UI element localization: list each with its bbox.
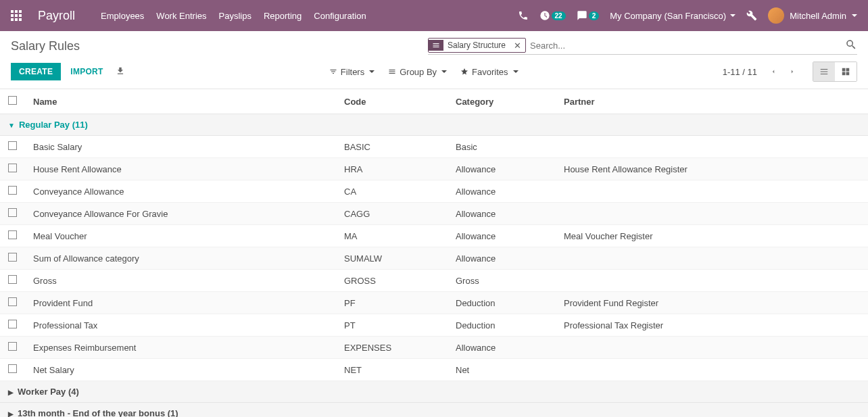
row-checkbox[interactable] <box>8 230 17 239</box>
cell-partner: House Rent Allowance Register <box>556 158 868 180</box>
navbar: Payroll Employees Work Entries Payslips … <box>0 0 868 31</box>
cell-partner <box>556 180 868 203</box>
row-checkbox[interactable] <box>8 253 17 262</box>
nav-menu: Employees Work Entries Payslips Reportin… <box>101 11 366 21</box>
row-checkbox[interactable] <box>8 342 17 351</box>
list-view-button[interactable] <box>813 62 835 81</box>
row-checkbox[interactable] <box>8 275 17 284</box>
cell-category: Allowance <box>448 247 556 270</box>
select-all-checkbox[interactable] <box>8 96 17 105</box>
cell-code: EXPENSES <box>336 337 448 359</box>
user-name: Mitchell Admin <box>790 11 846 21</box>
chevron-left-icon <box>770 68 777 75</box>
row-checkbox[interactable] <box>8 141 17 150</box>
cell-partner <box>556 337 868 359</box>
chevron-down-icon <box>730 14 736 17</box>
pager-next[interactable] <box>783 62 802 81</box>
table-row[interactable]: Conveyance AllowanceCAAllowance <box>0 180 868 203</box>
table-row[interactable]: Sum of Allowance categorySUMALWAllowance <box>0 247 868 270</box>
avatar <box>768 7 784 24</box>
import-button[interactable]: IMPORT <box>70 67 103 76</box>
cell-name: Sum of Allowance category <box>25 247 336 270</box>
cell-code: PT <box>336 314 448 337</box>
col-category[interactable]: Category <box>448 89 556 114</box>
create-button[interactable]: CREATE <box>11 63 61 80</box>
apps-icon[interactable] <box>11 10 22 21</box>
download-icon[interactable] <box>116 66 125 78</box>
chevron-down-icon <box>369 70 375 73</box>
messages-badge: 2 <box>589 11 600 20</box>
messages-icon[interactable]: 2 <box>577 10 600 21</box>
table-row[interactable]: Meal VoucherMAAllowanceMeal Voucher Regi… <box>0 225 868 247</box>
cell-category: Deduction <box>448 314 556 337</box>
pager-text[interactable]: 1-11 / 11 <box>723 67 757 77</box>
cell-name: Basic Salary <box>25 136 336 158</box>
cell-name: Gross <box>25 270 336 292</box>
search-icon[interactable] <box>845 39 857 53</box>
group-caret-icon: ▼ <box>8 122 15 129</box>
cell-partner <box>556 203 868 225</box>
cell-name: Conveyance Allowance For Gravie <box>25 203 336 225</box>
table-row[interactable]: Professional TaxPTDeductionProfessional … <box>0 314 868 337</box>
cell-code: NET <box>336 359 448 381</box>
table-row[interactable]: Expenses ReimbursementEXPENSESAllowance <box>0 337 868 359</box>
col-partner[interactable]: Partner <box>556 89 868 114</box>
star-icon <box>460 68 468 76</box>
pager-prev[interactable] <box>764 62 783 81</box>
debug-icon[interactable] <box>746 10 757 21</box>
nav-item-configuration[interactable]: Configuration <box>314 11 366 21</box>
table-row[interactable]: Conveyance Allowance For GravieCAGGAllow… <box>0 203 868 225</box>
nav-item-payslips[interactable]: Payslips <box>219 11 251 21</box>
cell-partner <box>556 270 868 292</box>
phone-icon[interactable] <box>518 10 529 21</box>
group-row[interactable]: ▼Regular Pay (11) <box>0 114 868 136</box>
table-row[interactable]: Net SalaryNETNet <box>0 359 868 381</box>
group-caret-icon: ▶ <box>8 389 14 396</box>
nav-item-work-entries[interactable]: Work Entries <box>156 11 206 21</box>
group-row[interactable]: ▶13th month - End of the year bonus (1) <box>0 403 868 418</box>
list-icon <box>388 68 396 76</box>
filters-dropdown[interactable]: Filters <box>329 67 375 77</box>
chevron-right-icon <box>789 68 796 75</box>
company-name: My Company (San Francisco) <box>610 11 726 21</box>
list-icon <box>819 67 829 76</box>
cell-code: CAGG <box>336 203 448 225</box>
cell-code: SUMALW <box>336 247 448 270</box>
facet-value: Salary Structure <box>443 41 510 50</box>
col-name[interactable]: Name <box>25 89 336 114</box>
company-selector[interactable]: My Company (San Francisco) <box>610 11 736 21</box>
row-checkbox[interactable] <box>8 208 17 217</box>
favorites-label: Favorites <box>472 67 508 77</box>
table-row[interactable]: Provident FundPFDeductionProvident Fund … <box>0 292 868 314</box>
table-row[interactable]: GrossGROSSGross <box>0 270 868 292</box>
table-row[interactable]: House Rent AllowanceHRAAllowanceHouse Re… <box>0 158 868 180</box>
activities-icon[interactable]: 22 <box>539 10 566 21</box>
facet-remove[interactable]: ✕ <box>510 41 525 51</box>
nav-item-reporting[interactable]: Reporting <box>264 11 302 21</box>
filters-label: Filters <box>341 67 364 77</box>
cell-partner <box>556 359 868 381</box>
cell-name: Conveyance Allowance <box>25 180 336 203</box>
cell-name: Expenses Reimbursement <box>25 337 336 359</box>
favorites-dropdown[interactable]: Favorites <box>460 67 518 77</box>
app-title[interactable]: Payroll <box>38 9 75 23</box>
cell-partner <box>556 247 868 270</box>
navbar-left: Payroll Employees Work Entries Payslips … <box>11 9 366 23</box>
table-row[interactable]: Basic SalaryBASICBasic <box>0 136 868 158</box>
row-checkbox[interactable] <box>8 364 17 373</box>
cell-code: PF <box>336 292 448 314</box>
groupby-dropdown[interactable]: Group By <box>388 67 447 77</box>
search-input[interactable] <box>526 39 845 52</box>
group-row[interactable]: ▶Worker Pay (4) <box>0 381 868 403</box>
user-menu[interactable]: Mitchell Admin <box>768 7 857 24</box>
navbar-right: 22 2 My Company (San Francisco) Mitchell… <box>518 7 857 24</box>
row-checkbox[interactable] <box>8 297 17 306</box>
row-checkbox[interactable] <box>8 320 17 328</box>
kanban-view-button[interactable] <box>835 62 857 81</box>
col-code[interactable]: Code <box>336 89 448 114</box>
groupby-label: Group By <box>400 67 437 77</box>
row-checkbox[interactable] <box>8 164 17 172</box>
list-icon <box>429 40 443 51</box>
nav-item-employees[interactable]: Employees <box>101 11 144 21</box>
row-checkbox[interactable] <box>8 186 17 195</box>
